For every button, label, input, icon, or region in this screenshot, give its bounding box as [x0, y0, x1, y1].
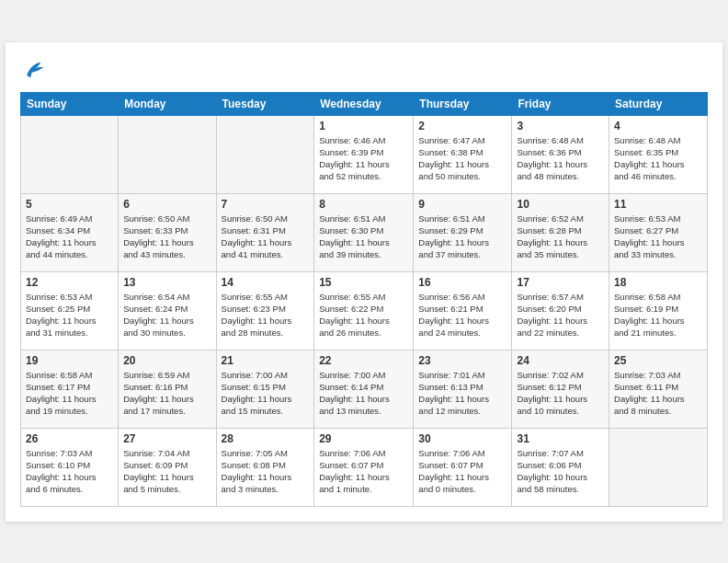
day-number: 23 [418, 354, 506, 367]
day-number: 21 [222, 354, 310, 367]
day-number: 4 [614, 120, 702, 132]
day-number: 22 [319, 354, 408, 367]
day-info: Sunrise: 6:58 AM Sunset: 6:19 PM Dayligh… [614, 291, 702, 339]
day-header-monday: Monday [119, 92, 216, 115]
day-number: 31 [517, 432, 604, 445]
calendar-day: 23Sunrise: 7:01 AM Sunset: 6:13 PM Dayli… [414, 350, 512, 428]
day-info: Sunrise: 6:55 AM Sunset: 6:22 PM Dayligh… [319, 291, 408, 339]
calendar-week-5: 26Sunrise: 7:03 AM Sunset: 6:10 PM Dayli… [21, 428, 708, 506]
day-info: Sunrise: 7:00 AM Sunset: 6:15 PM Dayligh… [222, 369, 310, 418]
calendar-day: 31Sunrise: 7:07 AM Sunset: 6:06 PM Dayli… [512, 428, 609, 506]
day-number: 25 [614, 354, 702, 367]
calendar-thead: SundayMondayTuesdayWednesdayThursdayFrid… [21, 92, 708, 115]
calendar-table: SundayMondayTuesdayWednesdayThursdayFrid… [20, 92, 708, 507]
day-header-friday: Friday [512, 92, 609, 115]
calendar-day: 14Sunrise: 6:55 AM Sunset: 6:23 PM Dayli… [216, 271, 314, 350]
calendar-day [21, 115, 119, 193]
calendar-day: 12Sunrise: 6:53 AM Sunset: 6:25 PM Dayli… [21, 271, 119, 350]
day-info: Sunrise: 6:52 AM Sunset: 6:28 PM Dayligh… [517, 213, 604, 261]
calendar-day: 18Sunrise: 6:58 AM Sunset: 6:19 PM Dayli… [609, 271, 708, 350]
day-info: Sunrise: 7:03 AM Sunset: 6:10 PM Dayligh… [26, 447, 113, 496]
day-info: Sunrise: 6:57 AM Sunset: 6:20 PM Dayligh… [517, 291, 604, 339]
calendar-week-1: 1Sunrise: 6:46 AM Sunset: 6:39 PM Daylig… [21, 115, 708, 193]
day-number: 2 [418, 120, 506, 132]
calendar-day: 25Sunrise: 7:03 AM Sunset: 6:11 PM Dayli… [609, 350, 708, 428]
calendar-day: 28Sunrise: 7:05 AM Sunset: 6:08 PM Dayli… [216, 428, 314, 506]
day-number: 9 [418, 198, 506, 211]
day-info: Sunrise: 6:50 AM Sunset: 6:31 PM Dayligh… [222, 213, 310, 261]
day-info: Sunrise: 6:49 AM Sunset: 6:34 PM Dayligh… [26, 213, 113, 261]
day-number: 30 [418, 432, 506, 445]
calendar-day: 30Sunrise: 7:06 AM Sunset: 6:07 PM Dayli… [414, 428, 512, 506]
calendar-week-3: 12Sunrise: 6:53 AM Sunset: 6:25 PM Dayli… [21, 271, 708, 350]
calendar-day: 24Sunrise: 7:02 AM Sunset: 6:12 PM Dayli… [512, 350, 609, 428]
calendar-day: 7Sunrise: 6:50 AM Sunset: 6:31 PM Daylig… [216, 193, 314, 271]
day-info: Sunrise: 6:53 AM Sunset: 6:25 PM Dayligh… [26, 291, 113, 339]
day-info: Sunrise: 7:04 AM Sunset: 6:09 PM Dayligh… [123, 447, 210, 496]
day-info: Sunrise: 6:53 AM Sunset: 6:27 PM Dayligh… [614, 213, 702, 261]
day-info: Sunrise: 7:02 AM Sunset: 6:12 PM Dayligh… [517, 369, 604, 418]
day-info: Sunrise: 6:58 AM Sunset: 6:17 PM Dayligh… [26, 369, 113, 418]
day-info: Sunrise: 6:59 AM Sunset: 6:16 PM Dayligh… [123, 369, 210, 418]
day-info: Sunrise: 6:50 AM Sunset: 6:33 PM Dayligh… [123, 213, 210, 261]
day-info: Sunrise: 6:48 AM Sunset: 6:36 PM Dayligh… [517, 134, 604, 183]
calendar-day: 22Sunrise: 7:00 AM Sunset: 6:14 PM Dayli… [314, 350, 414, 428]
day-number: 11 [614, 198, 702, 211]
day-number: 10 [517, 198, 604, 211]
day-header-saturday: Saturday [609, 92, 708, 115]
calendar-day: 17Sunrise: 6:57 AM Sunset: 6:20 PM Dayli… [512, 271, 609, 350]
day-info: Sunrise: 6:56 AM Sunset: 6:21 PM Dayligh… [418, 291, 506, 339]
logo [20, 57, 50, 83]
logo-bird-icon [20, 57, 46, 83]
day-info: Sunrise: 6:46 AM Sunset: 6:39 PM Dayligh… [319, 134, 408, 183]
day-header-tuesday: Tuesday [216, 92, 314, 115]
day-number: 15 [319, 276, 408, 289]
day-number: 13 [123, 276, 210, 289]
day-number: 17 [517, 276, 604, 289]
day-info: Sunrise: 7:07 AM Sunset: 6:06 PM Dayligh… [517, 447, 604, 496]
day-info: Sunrise: 7:00 AM Sunset: 6:14 PM Dayligh… [319, 369, 408, 418]
day-number: 19 [26, 354, 113, 367]
days-header-row: SundayMondayTuesdayWednesdayThursdayFrid… [21, 92, 708, 115]
calendar-day: 13Sunrise: 6:54 AM Sunset: 6:24 PM Dayli… [119, 271, 216, 350]
day-info: Sunrise: 7:05 AM Sunset: 6:08 PM Dayligh… [222, 447, 310, 496]
day-number: 27 [123, 432, 210, 445]
calendar-day: 6Sunrise: 6:50 AM Sunset: 6:33 PM Daylig… [119, 193, 216, 271]
calendar-day: 1Sunrise: 6:46 AM Sunset: 6:39 PM Daylig… [314, 115, 414, 193]
day-number: 18 [614, 276, 702, 289]
calendar-day: 29Sunrise: 7:06 AM Sunset: 6:07 PM Dayli… [314, 428, 414, 506]
calendar-day: 4Sunrise: 6:48 AM Sunset: 6:35 PM Daylig… [609, 115, 708, 193]
day-info: Sunrise: 7:03 AM Sunset: 6:11 PM Dayligh… [614, 369, 702, 418]
day-number: 6 [123, 198, 210, 211]
calendar-day: 20Sunrise: 6:59 AM Sunset: 6:16 PM Dayli… [119, 350, 216, 428]
day-info: Sunrise: 7:06 AM Sunset: 6:07 PM Dayligh… [418, 447, 506, 496]
day-number: 24 [517, 354, 604, 367]
day-info: Sunrise: 6:54 AM Sunset: 6:24 PM Dayligh… [123, 291, 210, 339]
calendar-container: SundayMondayTuesdayWednesdayThursdayFrid… [6, 42, 722, 522]
day-info: Sunrise: 6:47 AM Sunset: 6:38 PM Dayligh… [418, 134, 506, 183]
calendar-header [20, 57, 708, 83]
calendar-day: 11Sunrise: 6:53 AM Sunset: 6:27 PM Dayli… [609, 193, 708, 271]
day-info: Sunrise: 6:51 AM Sunset: 6:30 PM Dayligh… [319, 213, 408, 261]
day-number: 16 [418, 276, 506, 289]
calendar-day [119, 115, 216, 193]
calendar-day: 16Sunrise: 6:56 AM Sunset: 6:21 PM Dayli… [414, 271, 512, 350]
day-number: 1 [319, 120, 408, 132]
day-number: 5 [26, 198, 113, 211]
calendar-day: 5Sunrise: 6:49 AM Sunset: 6:34 PM Daylig… [21, 193, 119, 271]
calendar-day: 3Sunrise: 6:48 AM Sunset: 6:36 PM Daylig… [512, 115, 609, 193]
calendar-day: 2Sunrise: 6:47 AM Sunset: 6:38 PM Daylig… [414, 115, 512, 193]
day-header-sunday: Sunday [21, 92, 119, 115]
calendar-day [609, 428, 708, 506]
day-number: 12 [26, 276, 113, 289]
day-number: 26 [26, 432, 113, 445]
day-info: Sunrise: 6:51 AM Sunset: 6:29 PM Dayligh… [418, 213, 506, 261]
calendar-body: 1Sunrise: 6:46 AM Sunset: 6:39 PM Daylig… [21, 115, 708, 506]
day-header-thursday: Thursday [414, 92, 512, 115]
day-number: 29 [319, 432, 408, 445]
day-info: Sunrise: 7:06 AM Sunset: 6:07 PM Dayligh… [319, 447, 408, 496]
day-number: 28 [222, 432, 310, 445]
calendar-day [216, 115, 314, 193]
calendar-day: 19Sunrise: 6:58 AM Sunset: 6:17 PM Dayli… [21, 350, 119, 428]
day-number: 14 [222, 276, 310, 289]
